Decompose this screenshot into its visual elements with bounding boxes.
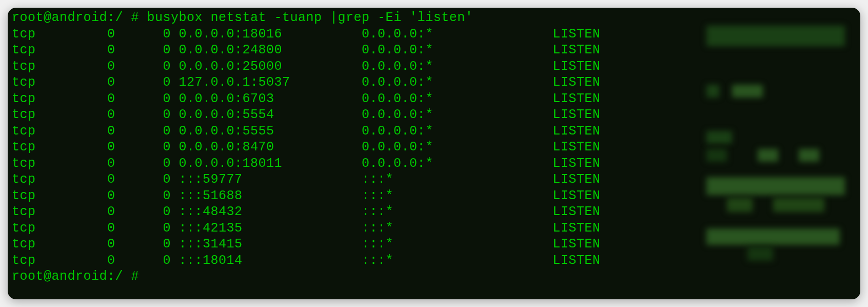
shell-prompt: root@android:/ # bbox=[12, 10, 139, 25]
terminal-window[interactable]: root@android:/ # busybox netstat -tuanp … bbox=[8, 8, 860, 299]
shell-command: busybox netstat -tuanp |grep -Ei 'listen… bbox=[139, 10, 473, 25]
command-line-2[interactable]: root@android:/ # bbox=[12, 268, 856, 285]
shell-prompt: root@android:/ # bbox=[12, 269, 139, 284]
redacted-pid-column bbox=[706, 23, 855, 264]
